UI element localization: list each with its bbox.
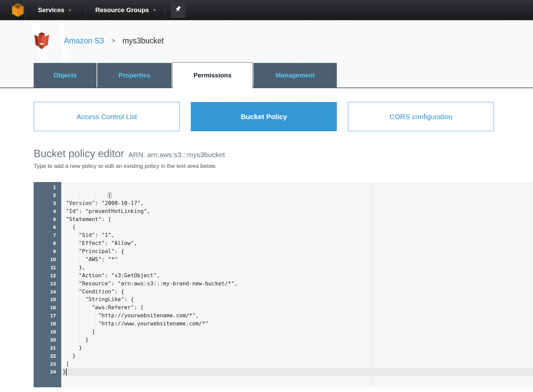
permissions-subtab-bar: Access Control List Bucket Policy CORS c…	[34, 102, 533, 131]
code-row: 24 }	[34, 368, 533, 376]
tab-bar: Objects Properties Permissions Managemen…	[0, 62, 533, 88]
code-row: 23 ]	[34, 360, 533, 368]
line-number: 17	[34, 312, 61, 320]
line-number: 5	[34, 215, 61, 223]
code-row: 19 ]	[34, 328, 533, 336]
nav-services-menu[interactable]: Services ▾	[25, 0, 86, 20]
subtab-cors-configuration[interactable]: CORS configuration	[348, 102, 494, 131]
divider	[165, 0, 166, 20]
code-line: }	[61, 336, 533, 344]
line-number: 13	[34, 280, 61, 288]
line-number: 24	[34, 368, 61, 376]
code-line: "StringLike": {	[61, 295, 533, 304]
pushpin-icon	[174, 6, 182, 14]
code-line: "Action": "s3:GetObject",	[61, 272, 533, 280]
line-number: 22	[34, 352, 61, 360]
chevron-down-icon: ▾	[153, 7, 156, 13]
code-line: }	[61, 344, 533, 352]
aws-logo-icon[interactable]	[12, 3, 24, 17]
code-line: "Effect": "Allow",	[61, 239, 533, 247]
code-line: }	[61, 352, 533, 360]
line-number: 20	[34, 336, 61, 344]
code-line: "Principal": {	[61, 247, 533, 255]
tab-management[interactable]: Management	[253, 63, 337, 87]
code-row: 14 "Condition": {	[34, 288, 533, 296]
policy-editor-textarea[interactable]: 1 2 { 3 "Version": "2008-10-17", 4 "Id":…	[34, 182, 533, 387]
code-line	[61, 183, 533, 191]
code-line: ]	[61, 360, 533, 368]
code-line: },	[61, 263, 533, 272]
code-line: "http://www.yourwebsitename.com/*"	[61, 320, 533, 328]
code-row: 3 "Version": "2008-10-17",	[34, 199, 533, 207]
code-row: 17 "http://yourwebsitename.com/*",	[34, 312, 533, 320]
breadcrumb-amazon-s3-link[interactable]: Amazon S3	[64, 36, 104, 45]
line-number: 19	[34, 328, 61, 336]
bracket-match-highlight	[107, 192, 112, 199]
breadcrumb-bucket-name: mys3bucket	[122, 36, 164, 45]
code-row: 12 "Action": "s3:GetObject",	[34, 272, 533, 280]
tab-objects[interactable]: Objects	[34, 63, 97, 87]
text-cursor	[66, 368, 67, 376]
top-nav-bar: Services ▾ Resource Groups ▾	[0, 0, 533, 20]
code-line: ]	[61, 328, 533, 336]
code-row: 1	[34, 183, 533, 191]
code-row: 7 "Sid": "1",	[34, 231, 533, 239]
code-line: "Condition": {	[61, 288, 533, 296]
line-number: 15	[34, 295, 61, 304]
code-row: 9 "Principal": {	[34, 247, 533, 255]
page-title: Bucket policy editor	[34, 148, 124, 159]
pin-shortcut-button[interactable]	[171, 2, 185, 18]
line-number: 1	[34, 183, 61, 191]
tab-properties[interactable]: Properties	[97, 63, 172, 87]
code-row: 13 "Resource": "arn:aws:s3:::my-brand-ne…	[34, 280, 533, 288]
line-number: 8	[34, 239, 61, 247]
chevron-down-icon: ▾	[69, 7, 71, 13]
line-number: 10	[34, 255, 61, 263]
code-row: 11 },	[34, 263, 533, 272]
breadcrumb-separator: >	[111, 37, 115, 44]
bucket-policy-editor-heading: Bucket policy editor ARN: arn:aws:s3:::m…	[34, 148, 533, 160]
page-header: Amazon S3 > mys3bucket Objects Propertie…	[0, 20, 533, 88]
code-row: 8 "Effect": "Allow",	[34, 239, 533, 247]
code-line: "Id": "preventHotLinking",	[61, 207, 533, 215]
line-number: 14	[34, 288, 61, 296]
editor-instructions: Type to add a new policy or edit an exis…	[34, 163, 533, 170]
subtab-bucket-policy[interactable]: Bucket Policy	[191, 102, 337, 131]
code-line: "Statement": [	[61, 215, 533, 223]
s3-bucket-icon	[34, 31, 50, 50]
code-row: 10 "AWS": "*"	[34, 255, 533, 263]
code-line: {	[61, 223, 533, 231]
line-number: 6	[34, 223, 61, 231]
line-number: 12	[34, 272, 61, 280]
line-number: 4	[34, 207, 61, 215]
code-line: "Sid": "1",	[61, 231, 533, 239]
subtab-access-control-list[interactable]: Access Control List	[34, 102, 180, 131]
line-number: 7	[34, 231, 61, 239]
code-row: 6 {	[34, 223, 533, 231]
line-number: 2	[34, 191, 61, 199]
code-row: 15 "StringLike": {	[34, 295, 533, 304]
code-line: "Version": "2008-10-17",	[61, 199, 533, 207]
bucket-arn-label: ARN: arn:aws:s3:::mys3bucket	[128, 151, 225, 158]
code-line: "Resource": "arn:aws:s3:::my-brand-new-b…	[61, 280, 533, 288]
line-number: 9	[34, 247, 61, 255]
code-line: "http://yourwebsitename.com/*",	[61, 312, 533, 320]
line-number: 21	[34, 344, 61, 352]
tab-permissions[interactable]: Permissions	[172, 62, 253, 88]
nav-resource-groups-label: Resource Groups	[95, 6, 149, 14]
code-line: "AWS": "*"	[61, 255, 533, 263]
line-number: 16	[34, 304, 61, 312]
line-number: 18	[34, 320, 61, 328]
code-row: 20 }	[34, 336, 533, 344]
code-row: 16 "aws:Referer": [	[34, 304, 533, 312]
line-number: 23	[34, 360, 61, 368]
code-row: 4 "Id": "preventHotLinking",	[34, 207, 533, 215]
code-row: 21 }	[34, 344, 533, 352]
line-number: 3	[34, 199, 61, 207]
code-line: }	[61, 368, 533, 376]
nav-resource-groups-menu[interactable]: Resource Groups ▾	[86, 0, 165, 20]
code-line: "aws:Referer": [	[61, 304, 533, 312]
breadcrumb: Amazon S3 > mys3bucket	[34, 31, 164, 50]
code-row: 5 "Statement": [	[34, 215, 533, 223]
code-line: {	[61, 191, 533, 199]
